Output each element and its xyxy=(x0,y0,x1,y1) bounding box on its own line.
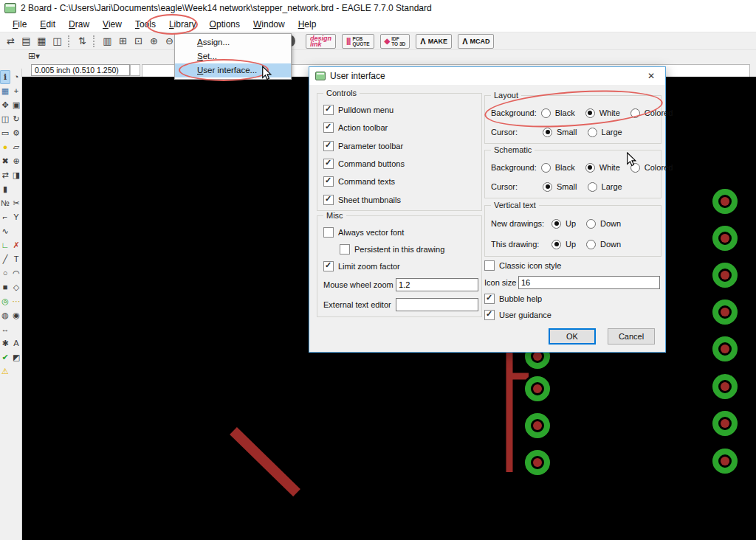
ok-button[interactable]: OK xyxy=(549,328,596,345)
white-radio-label: White xyxy=(599,163,620,172)
persistent-in-this-drawing-checkbox[interactable] xyxy=(340,244,350,255)
pcb-quote-button[interactable]: |||PCBQUOTE xyxy=(342,34,374,49)
menu-item-assign[interactable]: Assign... xyxy=(175,35,291,49)
icon-size-input[interactable] xyxy=(518,276,660,289)
limit-zoom-factor-checkbox[interactable] xyxy=(323,261,334,271)
menu-file[interactable]: File xyxy=(6,17,33,32)
route-tool[interactable]: ∟ xyxy=(0,238,10,252)
icon-size-label: Icon size xyxy=(484,278,514,287)
display-layers-tool[interactable]: ▦ xyxy=(0,84,10,98)
menu-help[interactable]: Help xyxy=(292,17,323,32)
design-link-button[interactable]: designlink xyxy=(306,34,336,49)
zoom-fit-icon[interactable]: ⊡ xyxy=(131,34,146,49)
print-icon[interactable]: ▦ xyxy=(34,34,49,49)
text-tool[interactable]: T xyxy=(11,252,21,266)
always-vector-font-checkbox[interactable] xyxy=(323,227,334,238)
autoroute-tool[interactable]: A xyxy=(11,336,21,350)
miter-tool[interactable]: ⌐ xyxy=(0,210,10,224)
make-button[interactable]: ΛMAKE xyxy=(416,34,452,49)
rect-tool[interactable]: ■ xyxy=(0,280,10,294)
meander-tool[interactable]: ∿ xyxy=(0,224,10,238)
grid-menu-icon[interactable]: ⊞ xyxy=(115,34,131,49)
zoom-in-icon[interactable]: ⊕ xyxy=(146,34,162,49)
name-tool[interactable]: № xyxy=(0,196,10,210)
info-tool[interactable]: ℹ xyxy=(0,70,10,84)
black-radio[interactable] xyxy=(541,163,551,173)
classic-icon-style-checkbox[interactable] xyxy=(484,260,495,271)
dimension-tool[interactable]: ↔ xyxy=(0,322,10,336)
errors-tool[interactable]: ◩ xyxy=(11,350,21,364)
external-text-editor-label: External text editor xyxy=(323,300,391,309)
lock-tool[interactable]: ▮ xyxy=(0,182,10,196)
move-tool[interactable]: ✥ xyxy=(0,98,10,112)
circle-tool[interactable]: ○ xyxy=(0,266,10,280)
misc-legend: Misc xyxy=(323,211,346,220)
parameter-toolbar-checkbox[interactable] xyxy=(323,141,334,151)
add-part-tool[interactable]: ⊕ xyxy=(11,154,21,168)
split-tool[interactable]: Y xyxy=(11,210,21,224)
delete-tool[interactable]: ✖ xyxy=(0,154,10,168)
signal-tool[interactable]: ⋯ xyxy=(11,294,21,308)
sheet-thumbnails-checkbox[interactable] xyxy=(323,195,334,205)
paste-tool[interactable]: ▱ xyxy=(11,140,21,154)
idf-to-3d-button[interactable]: ◆IDFTO 3D xyxy=(380,34,410,49)
user-guidance-checkbox[interactable] xyxy=(484,310,495,320)
mouse-wheel-zoom-input[interactable] xyxy=(396,278,478,291)
command-texts-checkbox[interactable] xyxy=(323,176,334,187)
ratsnest-tool[interactable]: ✱ xyxy=(0,336,10,350)
bubble-help-checkbox[interactable] xyxy=(484,294,495,304)
rotate-tool[interactable]: ↻ xyxy=(11,112,21,126)
menu-options[interactable]: Options xyxy=(203,17,247,32)
show-tool[interactable]: ◔ xyxy=(11,70,21,84)
polygon-tool[interactable]: ◇ xyxy=(11,280,21,294)
dialog-close-button[interactable] xyxy=(645,69,658,83)
menu-view[interactable]: View xyxy=(96,17,128,32)
large-radio[interactable] xyxy=(588,128,597,137)
copy-tool[interactable]: ▣ xyxy=(11,98,21,112)
switch-drawing-icon[interactable]: ⇄ xyxy=(3,34,18,49)
dialog-title-bar[interactable]: User interface xyxy=(309,67,665,85)
small-radio[interactable] xyxy=(543,128,552,137)
via-tool[interactable]: ◎ xyxy=(0,294,10,308)
pinswap-tool[interactable]: ⇄ xyxy=(0,168,10,182)
small-radio[interactable] xyxy=(543,182,552,192)
up-radio[interactable] xyxy=(551,240,561,249)
this-drawing-radio-row: This drawing:UpDown xyxy=(491,240,658,249)
command-buttons-checkbox[interactable] xyxy=(323,159,334,169)
pulldown-menu-checkbox[interactable] xyxy=(323,105,334,115)
down-radio[interactable] xyxy=(586,240,596,249)
menu-edit[interactable]: Edit xyxy=(33,17,62,32)
mirror-tool[interactable]: ◫ xyxy=(0,112,10,126)
action-toolbar-checkbox[interactable] xyxy=(323,122,334,133)
grid-button[interactable]: ⊞▾ xyxy=(27,50,41,63)
smash-tool[interactable]: ✂ xyxy=(11,196,21,210)
controls-legend: Controls xyxy=(323,89,360,97)
menu-draw[interactable]: Draw xyxy=(62,17,96,32)
hole-tool[interactable]: ◍ xyxy=(0,308,10,322)
group-tool[interactable]: ▭ xyxy=(0,126,10,140)
wire-tool[interactable]: ╱ xyxy=(0,252,10,266)
updown-icon[interactable]: ⇅ xyxy=(75,34,90,49)
up-radio[interactable] xyxy=(551,219,561,229)
tool-palette: ℹ◔▦+✥▣◫↻▭⚙●▱✖⊕⇄◨▮№✂⌐Y∿∟✗╱T○◠■◇◎⋯◍◉↔✱A✔◩⚠ xyxy=(0,69,22,540)
new-drawings-label: New drawings: xyxy=(491,219,547,228)
pad-tool[interactable]: ◉ xyxy=(11,308,21,322)
cancel-button[interactable]: Cancel xyxy=(608,328,655,345)
paint-tool[interactable]: ● xyxy=(0,140,10,154)
large-radio[interactable] xyxy=(588,182,597,192)
layer-settings-icon[interactable]: ▥ xyxy=(100,34,115,49)
ripup-tool[interactable]: ✗ xyxy=(11,238,21,252)
mark-tool[interactable]: + xyxy=(11,84,21,98)
external-text-editor-input[interactable] xyxy=(396,298,478,311)
change-tool[interactable]: ⚙ xyxy=(11,126,21,140)
down-radio[interactable] xyxy=(586,219,596,229)
warning-indicator[interactable]: ⚠ xyxy=(0,364,10,378)
mcad-button[interactable]: ΛMCAD xyxy=(458,34,494,49)
white-radio[interactable] xyxy=(585,163,595,173)
save-icon[interactable]: ▤ xyxy=(18,34,34,49)
drc-tool[interactable]: ✔ xyxy=(0,350,10,364)
replace-tool[interactable]: ◨ xyxy=(11,168,21,182)
arc-tool[interactable]: ◠ xyxy=(11,266,21,280)
export-image-icon[interactable]: ◫ xyxy=(49,34,65,49)
menu-window[interactable]: Window xyxy=(247,17,292,32)
